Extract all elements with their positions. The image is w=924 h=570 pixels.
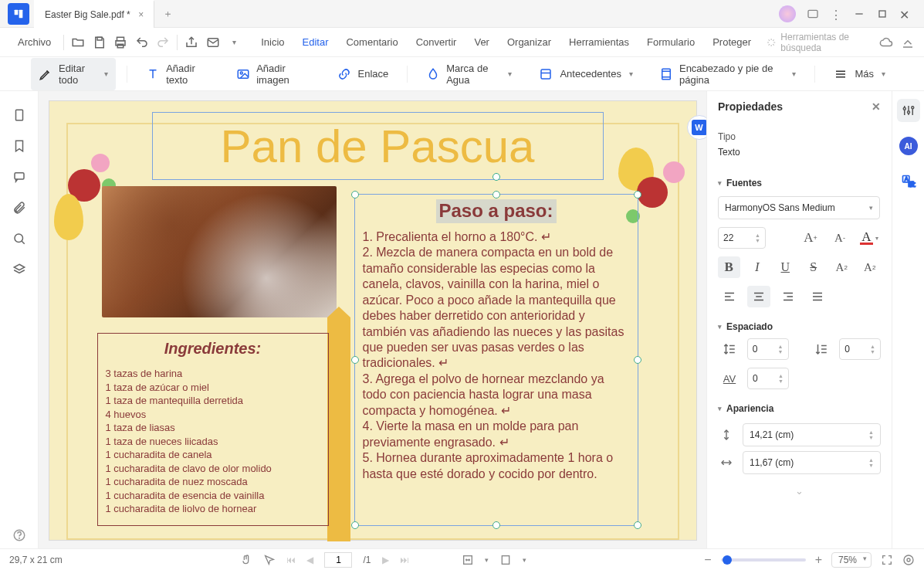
underline-button[interactable]: U bbox=[774, 256, 797, 278]
para-spacing-input[interactable]: 0▲▼ bbox=[839, 338, 881, 360]
edit-toolbar: Editar todo▾ Añadir texto Añadir imagen … bbox=[0, 57, 924, 91]
bookmarks-icon[interactable] bbox=[6, 133, 32, 159]
close-panel-icon[interactable]: ✕ bbox=[872, 100, 881, 113]
email-icon[interactable] bbox=[203, 31, 223, 54]
svg-rect-5 bbox=[97, 37, 102, 40]
ingredients-box[interactable]: Ingredientes: 3 tazas de harina1 taza de… bbox=[97, 333, 329, 526]
bold-button[interactable]: B bbox=[718, 256, 740, 278]
thumbnails-icon[interactable] bbox=[6, 102, 32, 128]
ai-assistant-icon[interactable]: AI bbox=[897, 134, 920, 158]
cloud-icon[interactable] bbox=[879, 36, 893, 49]
layers-icon[interactable] bbox=[6, 256, 32, 283]
search-tools[interactable]: Herramientas de búsqueda bbox=[767, 32, 878, 53]
share-icon[interactable] bbox=[181, 31, 201, 54]
edit-all-button[interactable]: Editar todo▾ bbox=[31, 58, 116, 90]
width-input[interactable]: 11,67 (cm)▲▼ bbox=[743, 451, 881, 474]
menu-file[interactable]: Archivo bbox=[9, 32, 59, 53]
next-page-icon[interactable]: ▶ bbox=[382, 555, 389, 565]
app-logo[interactable] bbox=[8, 3, 29, 25]
superscript-button[interactable]: A2 bbox=[831, 256, 853, 278]
zoom-select[interactable]: 75% bbox=[831, 552, 872, 568]
print-icon[interactable] bbox=[110, 31, 130, 54]
menu-formulario[interactable]: Formulario bbox=[638, 32, 703, 53]
document-tab[interactable]: Easter Big Sale.pdf * × bbox=[34, 0, 154, 28]
zoom-slider[interactable] bbox=[721, 558, 806, 562]
redo-icon[interactable] bbox=[153, 31, 173, 54]
italic-button[interactable]: I bbox=[746, 256, 769, 278]
decrease-font-icon[interactable]: A- bbox=[828, 227, 851, 249]
last-page-icon[interactable]: ⏭ bbox=[400, 555, 409, 565]
word-export-badge[interactable]: W bbox=[687, 115, 707, 140]
subscript-button[interactable]: A2 bbox=[859, 256, 882, 278]
maximize-icon[interactable] bbox=[876, 8, 888, 20]
menu-proteger[interactable]: Proteger bbox=[704, 32, 760, 53]
add-text-button[interactable]: Añadir texto bbox=[138, 58, 218, 90]
header-footer-button[interactable]: Encabezado y pie de página▾ bbox=[652, 58, 804, 90]
font-color-icon[interactable]: A▾ bbox=[858, 227, 881, 249]
align-right-button[interactable] bbox=[777, 286, 800, 307]
menu-herramientas[interactable]: Herramientas bbox=[560, 32, 638, 53]
search-icon[interactable] bbox=[6, 226, 32, 252]
menu-inicio[interactable]: Inicio bbox=[252, 32, 293, 53]
title-text-box[interactable]: Pan de Pascua bbox=[152, 112, 604, 180]
attachments-icon[interactable] bbox=[6, 195, 32, 221]
message-icon[interactable] bbox=[807, 8, 819, 20]
line-spacing-input[interactable]: 0▲▼ bbox=[747, 338, 789, 360]
menu-ver[interactable]: Ver bbox=[465, 32, 498, 53]
close-tab-icon[interactable]: × bbox=[135, 8, 147, 21]
document-page[interactable]: W Pan de Pascua Ingredientes: bbox=[49, 100, 697, 541]
align-justify-button[interactable] bbox=[806, 286, 829, 307]
increase-font-icon[interactable]: A+ bbox=[799, 227, 822, 249]
zoom-out-icon[interactable]: − bbox=[704, 553, 711, 567]
collapse-up-icon[interactable] bbox=[901, 36, 915, 49]
spacing-section[interactable]: ▾Espaciado bbox=[707, 314, 892, 337]
document-canvas[interactable]: W Pan de Pascua Ingredientes: bbox=[39, 91, 706, 548]
hand-tool-icon[interactable] bbox=[240, 554, 252, 566]
select-tool-icon[interactable] bbox=[263, 554, 276, 566]
add-image-button[interactable]: Añadir imagen bbox=[228, 58, 317, 90]
watermark-button[interactable]: Marca de Agua▾ bbox=[418, 58, 520, 90]
user-avatar-icon[interactable] bbox=[779, 5, 796, 22]
link-button[interactable]: Enlace bbox=[329, 62, 397, 87]
menu-comentario[interactable]: Comentario bbox=[337, 32, 406, 53]
view-mode-icon[interactable] bbox=[499, 554, 512, 566]
more-button[interactable]: Más▾ bbox=[825, 62, 893, 87]
height-input[interactable]: 14,21 (cm)▲▼ bbox=[743, 423, 881, 446]
help-icon[interactable] bbox=[6, 522, 32, 548]
minimize-icon[interactable] bbox=[853, 8, 865, 20]
comments-icon[interactable] bbox=[6, 164, 32, 190]
svg-rect-15 bbox=[662, 69, 671, 80]
read-mode-icon[interactable] bbox=[902, 554, 915, 566]
undo-icon[interactable] bbox=[131, 31, 151, 54]
first-page-icon[interactable]: ⏮ bbox=[286, 555, 296, 565]
char-spacing-input[interactable]: 0▲▼ bbox=[747, 368, 789, 389]
page-number-input[interactable] bbox=[324, 552, 352, 568]
translate-icon[interactable]: A文 bbox=[897, 170, 920, 193]
fonts-section[interactable]: ▾Fuentes bbox=[707, 170, 892, 193]
zoom-in-icon[interactable]: + bbox=[815, 553, 822, 567]
menu-organizar[interactable]: Organizar bbox=[499, 32, 560, 53]
more-dropdown-icon[interactable]: ▾ bbox=[224, 31, 244, 54]
strikethrough-button[interactable]: S bbox=[803, 256, 825, 278]
open-icon[interactable] bbox=[68, 31, 88, 54]
settings-sliders-icon[interactable] bbox=[897, 99, 920, 122]
font-size-input[interactable]: 22▲▼ bbox=[718, 227, 766, 249]
align-center-button[interactable] bbox=[747, 286, 770, 307]
background-button[interactable]: Antecedentes▾ bbox=[530, 62, 641, 87]
menu-editar[interactable]: Editar bbox=[294, 32, 337, 53]
fit-width-icon[interactable] bbox=[462, 554, 474, 566]
add-tab-button[interactable]: ＋ bbox=[154, 7, 182, 21]
save-icon[interactable] bbox=[90, 31, 110, 54]
prev-page-icon[interactable]: ◀ bbox=[306, 555, 313, 565]
appearance-section[interactable]: ▾Apariencia bbox=[707, 395, 892, 419]
recipe-image[interactable] bbox=[102, 186, 337, 317]
scroll-down-icon[interactable]: ⌄ bbox=[707, 479, 892, 503]
close-window-icon[interactable]: ✕ bbox=[899, 8, 912, 20]
kebab-menu-icon[interactable]: ⋮ bbox=[830, 8, 842, 20]
align-left-button[interactable] bbox=[718, 286, 741, 307]
steps-text-box[interactable]: Paso a paso: 1. Precalienta el horno a 1… bbox=[354, 194, 638, 526]
fullscreen-icon[interactable] bbox=[881, 554, 893, 566]
drop-icon bbox=[426, 66, 440, 82]
menu-convertir[interactable]: Convertir bbox=[408, 32, 465, 53]
font-family-select[interactable]: HarmonyOS Sans Medium▾ bbox=[718, 196, 880, 219]
